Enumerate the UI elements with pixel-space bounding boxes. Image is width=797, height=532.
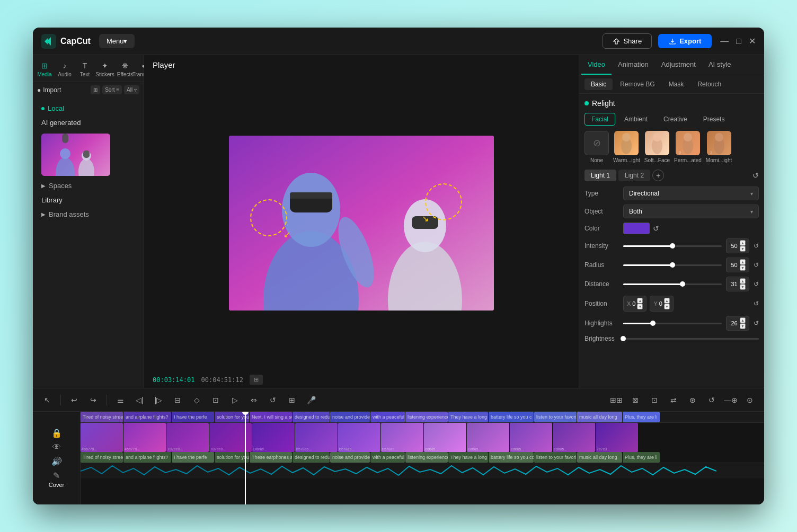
tab-stickers[interactable]: ✦ Stickers [95, 59, 114, 79]
pos-x-down[interactable]: ▼ [637, 304, 643, 309]
toolbar-zoom-minus[interactable]: —⊕ [723, 392, 739, 408]
subtitle-clip[interactable]: Tired of noisy streets [81, 452, 123, 463]
position-reset[interactable]: ↺ [754, 300, 759, 307]
highlights-slider[interactable] [623, 323, 722, 324]
play-button[interactable]: ▷ [227, 392, 243, 408]
thumb-frame[interactable]: 7e7c3... [596, 423, 638, 452]
toolbar-right-btn-5[interactable]: ⊛ [685, 392, 701, 408]
sort-button[interactable]: Sort ≡ [102, 85, 122, 94]
nav-library[interactable]: Library [37, 193, 139, 207]
light-circle-left[interactable]: ↙ [250, 199, 287, 236]
audio-clip[interactable]: music all day long [577, 412, 622, 422]
trim-left-button[interactable]: ◁| [131, 392, 147, 408]
timeline-tracks[interactable]: Tired of noisy streets and airplane flig… [81, 412, 764, 504]
subtitle-clip[interactable]: listening experience [405, 452, 448, 463]
rotate-button[interactable]: ↺ [265, 392, 281, 408]
subtitle-clip[interactable]: They have a long [448, 452, 488, 463]
subtitle-clip[interactable]: solution for you [215, 452, 249, 463]
facial-tab-facial[interactable]: Facial [585, 113, 615, 126]
light-circle-right[interactable]: ↘ [425, 183, 462, 220]
tab-adjustment[interactable]: Adjustment [655, 55, 702, 75]
crop-button[interactable]: ⊡ [208, 392, 224, 408]
distance-slider[interactable] [623, 283, 722, 285]
redo-button[interactable]: ↪ [85, 392, 101, 408]
preset-soft-face[interactable]: Soft...Face [644, 131, 670, 163]
brightness-slider[interactable] [623, 338, 759, 340]
nav-brand-assets[interactable]: ▶ Brand assets [37, 208, 139, 221]
toolbar-right-btn-4[interactable]: ⇄ [666, 392, 681, 408]
intensity-down[interactable]: ▼ [740, 246, 746, 252]
delete-button[interactable]: ⊟ [170, 392, 185, 408]
sub-tab-retouch[interactable]: Retouch [691, 78, 728, 90]
subtitle-clip[interactable]: I have the perfe [172, 452, 214, 463]
audio-clip[interactable]: listen to your favori [534, 412, 577, 422]
trim-right-button[interactable]: |▷ [150, 392, 166, 408]
intensity-up[interactable]: ▲ [740, 240, 746, 246]
subtitle-clip[interactable]: noise and provide y [330, 452, 370, 463]
highlights-down[interactable]: ▼ [740, 323, 746, 329]
subtitle-clip[interactable]: battery life so you cc [489, 452, 534, 463]
mic-button[interactable]: 🎤 [303, 392, 319, 408]
highlights-up[interactable]: ▲ [740, 317, 746, 323]
nav-ai-generated[interactable]: AI generated [37, 116, 139, 129]
thumb-frame[interactable]: b578ab... [338, 423, 380, 452]
select-tool-button[interactable]: ↖ [39, 392, 55, 408]
subtitle-clip[interactable]: with a peaceful [370, 452, 405, 463]
lock-button[interactable]: 🔒 [51, 428, 62, 438]
view-grid-button[interactable]: ⊞ [91, 85, 100, 94]
eye-button[interactable]: 👁 [52, 442, 61, 452]
mirror-button[interactable]: ⇔ [246, 392, 262, 408]
toolbar-right-btn-1[interactable]: ⊞⊞ [608, 392, 624, 408]
radius-slider[interactable] [623, 264, 722, 266]
tab-animation[interactable]: Animation [612, 55, 655, 75]
player-container[interactable]: ↙ ↘ [144, 75, 579, 371]
share-button[interactable]: Share [603, 33, 652, 49]
position-y-input[interactable]: Y 0 ▲ ▼ [650, 296, 673, 312]
reset-light-button[interactable]: ↺ [752, 171, 759, 180]
tab-audio[interactable]: ♪ Audio [55, 59, 74, 79]
intensity-slider[interactable] [623, 245, 722, 247]
subtitle-clip[interactable]: These earphones a [250, 452, 292, 463]
audio-clip[interactable]: with a peaceful [370, 412, 405, 422]
pos-y-down[interactable]: ▼ [664, 304, 670, 309]
pip-button[interactable]: ⊞ [284, 392, 300, 408]
media-thumbnail[interactable] [41, 134, 110, 176]
toolbar-right-btn-3[interactable]: ⊡ [647, 392, 662, 408]
intensity-reset[interactable]: ↺ [754, 242, 759, 250]
split-button[interactable]: ⚌ [112, 392, 128, 408]
add-light-button[interactable]: + [652, 170, 664, 181]
radius-up[interactable]: ▲ [740, 259, 746, 265]
facial-tab-ambient[interactable]: Ambient [617, 113, 654, 126]
thumb-frame[interactable]: Daniel... [252, 423, 295, 452]
light-tab-2[interactable]: Light 2 [618, 170, 650, 181]
thumb-frame[interactable]: ed685... [510, 423, 552, 452]
tab-text[interactable]: T Text [75, 59, 94, 79]
subtitle-clip[interactable]: designed to reduce [293, 452, 330, 463]
sub-tab-mask[interactable]: Mask [662, 78, 690, 90]
thumb-frame[interactable]: ed685... [424, 423, 466, 452]
subtitle-clip[interactable]: music all day long [577, 452, 622, 463]
sub-tab-basic[interactable]: Basic [585, 78, 613, 90]
nav-local[interactable]: Local [37, 102, 139, 115]
toolbar-settings[interactable]: ⊙ [742, 392, 758, 408]
audio-clip[interactable]: Next, I will sing a so [250, 412, 292, 422]
color-swatch[interactable] [623, 223, 650, 234]
close-button[interactable]: ✕ [749, 37, 756, 46]
pos-y-up[interactable]: ▲ [664, 298, 670, 304]
thumb-frame[interactable]: b578ab... [295, 423, 338, 452]
tab-ai-style[interactable]: AI style [702, 55, 738, 75]
audio-clip[interactable]: Plus, they are li [623, 412, 660, 422]
preset-warm-light[interactable]: Warm...ight [613, 131, 640, 163]
facial-tab-creative[interactable]: Creative [657, 113, 694, 126]
type-dropdown[interactable]: Directional ▾ [623, 187, 759, 200]
toolbar-right-btn-6[interactable]: ↺ [704, 392, 720, 408]
audio-clip[interactable]: battery life so you c [489, 412, 534, 422]
position-x-input[interactable]: X 0 ▲ ▼ [623, 296, 647, 312]
audio-clip[interactable]: Tired of noisy streets [81, 412, 123, 422]
distance-down[interactable]: ▼ [740, 284, 746, 290]
audio-clip[interactable]: I have the perfe [172, 412, 214, 422]
volume-button[interactable]: 🔊 [51, 456, 62, 466]
subtitle-clip[interactable]: listen to your favori [534, 452, 577, 463]
distance-up[interactable]: ▲ [740, 278, 746, 284]
preset-perm-ated[interactable]: 2 Perm...ated [674, 131, 702, 163]
